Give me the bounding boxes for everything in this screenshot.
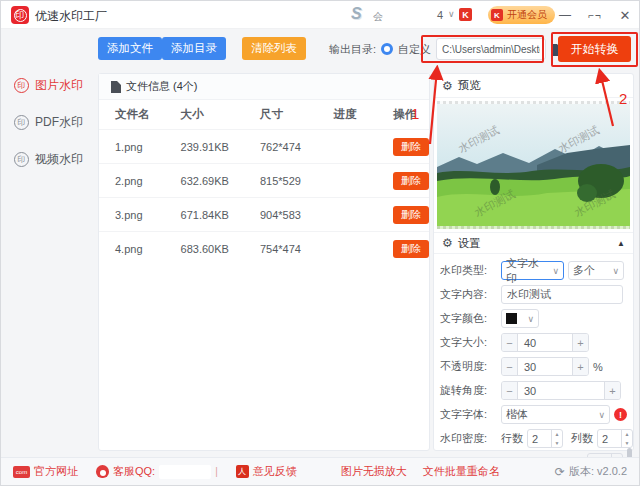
sidebar-item-video-watermark[interactable]: 印 视频水印: [1, 141, 97, 178]
output-directory-group: 输出目录: 自定义: [329, 38, 567, 60]
file-dimensions: 904*583: [260, 209, 333, 221]
file-name: 2.png: [99, 175, 181, 187]
decrease-button[interactable]: −: [502, 358, 518, 375]
file-size: 671.84KB: [181, 209, 260, 221]
spinner-down-icon[interactable]: ▼: [552, 439, 562, 448]
spinner-down-icon[interactable]: ▼: [622, 439, 632, 448]
preview-image: 水印测试 水印测试 水印测试 水印测试: [437, 101, 630, 229]
right-panel: ⚙ 预览: [433, 73, 634, 451]
official-website-link[interactable]: com 官方网址: [13, 464, 78, 479]
opacity-unit: %: [593, 361, 603, 373]
decrease-button[interactable]: −: [502, 334, 518, 351]
start-convert-button[interactable]: 开始转换: [558, 36, 631, 62]
column-size: 大小: [181, 107, 261, 122]
font-label: 文字字体:: [440, 407, 497, 422]
opacity-stepper: − 30 +: [501, 357, 589, 376]
feedback-icon: 人: [236, 465, 249, 478]
qq-icon: [96, 465, 109, 478]
spinner-up-icon[interactable]: ▲: [622, 430, 632, 439]
text-content-input[interactable]: [501, 285, 623, 304]
chevron-down-icon: ∨: [527, 314, 534, 324]
opacity-value[interactable]: 30: [518, 358, 572, 375]
titlebar: 印 优速水印工厂 S 会 4 ∨ K K 开通会员 — ⌐¬ ✕: [1, 1, 639, 29]
delete-button[interactable]: 删除: [393, 206, 429, 224]
preview-header: ⚙ 预览: [434, 74, 633, 98]
sidebar-item-image-watermark[interactable]: 印 图片水印: [1, 67, 97, 104]
custom-radio-label: 自定义: [398, 42, 431, 57]
watermark-type-label: 水印类型:: [440, 263, 497, 278]
vip-k-icon: K: [491, 9, 503, 21]
com-icon: com: [13, 466, 30, 478]
app-logo-icon: 印: [11, 6, 29, 24]
output-path-input[interactable]: [436, 38, 546, 60]
file-size: 239.91KB: [181, 141, 260, 153]
column-action: 操作: [393, 107, 429, 122]
delete-button[interactable]: 删除: [393, 172, 429, 190]
watermark-type-select[interactable]: 文字水印∨: [501, 261, 564, 280]
stamp-icon: 印: [14, 152, 29, 167]
add-file-button[interactable]: 添加文件: [98, 37, 162, 60]
close-button[interactable]: ✕: [617, 7, 633, 23]
customer-qq[interactable]: 客服QQ: |: [96, 464, 218, 479]
file-name: 3.png: [99, 209, 181, 221]
increase-button[interactable]: +: [572, 358, 588, 375]
sidebar-item-label: 图片水印: [35, 77, 83, 94]
custom-radio[interactable]: [381, 43, 393, 55]
stamp-icon: 印: [14, 78, 29, 93]
gear-icon: ⚙: [442, 237, 453, 249]
spinner-up-icon[interactable]: ▲: [552, 430, 562, 439]
increase-button[interactable]: +: [572, 334, 588, 351]
file-panel: 文件信息 (4个) 文件名 大小 尺寸 进度 操作 1.png 239.91KB…: [98, 73, 430, 451]
opacity-label: 不透明度:: [440, 359, 497, 374]
sidebar: 印 图片水印 印 PDF水印 印 视频水印: [1, 67, 97, 178]
decrease-button[interactable]: −: [502, 382, 518, 399]
scroll-up-icon[interactable]: ▲: [617, 239, 625, 248]
clear-list-button[interactable]: 清除列表: [242, 37, 306, 60]
font-select[interactable]: 楷体∨: [501, 405, 610, 424]
rotation-value[interactable]: 30: [518, 382, 604, 399]
chevron-down-icon[interactable]: ∨: [448, 9, 455, 19]
maximize-button[interactable]: ⌐¬: [587, 7, 603, 23]
file-dimensions: 762*474: [260, 141, 333, 153]
rotation-label: 旋转角度:: [440, 383, 497, 398]
text-color-select[interactable]: ∨: [501, 309, 539, 328]
app-window: 印 优速水印工厂 S 会 4 ∨ K K 开通会员 — ⌐¬ ✕ 添加文件 添加…: [0, 0, 640, 486]
table-row: 3.png 671.84KB 904*583 删除: [99, 197, 429, 231]
open-vip-button[interactable]: K 开通会员: [488, 6, 555, 24]
file-size: 683.60KB: [181, 243, 260, 255]
separator: |: [215, 466, 218, 477]
sidebar-item-pdf-watermark[interactable]: 印 PDF水印: [1, 104, 97, 141]
file-dimensions: 815*529: [260, 175, 333, 187]
version-count-label: 4: [437, 9, 443, 21]
rows-value[interactable]: 2: [528, 430, 551, 447]
rotation-stepper: − 30 +: [501, 381, 621, 400]
k-badge-icon[interactable]: K: [459, 8, 472, 21]
watermark-mode-select[interactable]: 多个∨: [568, 261, 624, 280]
rows-label: 行数: [501, 431, 523, 446]
delete-button[interactable]: 删除: [393, 240, 429, 258]
warning-icon[interactable]: !: [614, 408, 627, 421]
preview-title: 预览: [458, 78, 481, 93]
statusbar: com 官方网址 客服QQ: | 人 意见反馈 图片无损放大 文件批量重命名 ⟳…: [1, 457, 639, 485]
sidebar-item-label: 视频水印: [35, 151, 83, 168]
stamp-icon: 印: [14, 115, 29, 130]
s-logo-icon: S: [351, 5, 362, 23]
increase-button[interactable]: +: [604, 382, 620, 399]
minimize-button[interactable]: —: [557, 7, 573, 23]
text-size-value[interactable]: 40: [518, 334, 572, 351]
text-size-label: 文字大小:: [440, 335, 497, 350]
settings-header: ⚙ 设置 ▲: [434, 232, 633, 254]
version-info[interactable]: ⟳ 版本: v2.0.2: [555, 464, 627, 479]
cols-value[interactable]: 2: [598, 430, 621, 447]
delete-button[interactable]: 删除: [393, 138, 429, 156]
lossless-enlarge-link[interactable]: 图片无损放大: [341, 464, 407, 479]
table-row: 2.png 632.69KB 815*529 删除: [99, 163, 429, 197]
batch-rename-link[interactable]: 文件批量重命名: [423, 464, 500, 479]
add-folder-button[interactable]: 添加目录: [162, 37, 226, 60]
color-swatch: [506, 313, 517, 324]
table-row: 1.png 239.91KB 762*474 删除: [99, 129, 429, 163]
feedback-link[interactable]: 人 意见反馈: [236, 464, 297, 479]
output-directory-label: 输出目录:: [329, 42, 376, 57]
file-panel-title: 文件信息 (4个): [126, 79, 198, 94]
rows-spinner: 2 ▲▼: [527, 429, 563, 448]
